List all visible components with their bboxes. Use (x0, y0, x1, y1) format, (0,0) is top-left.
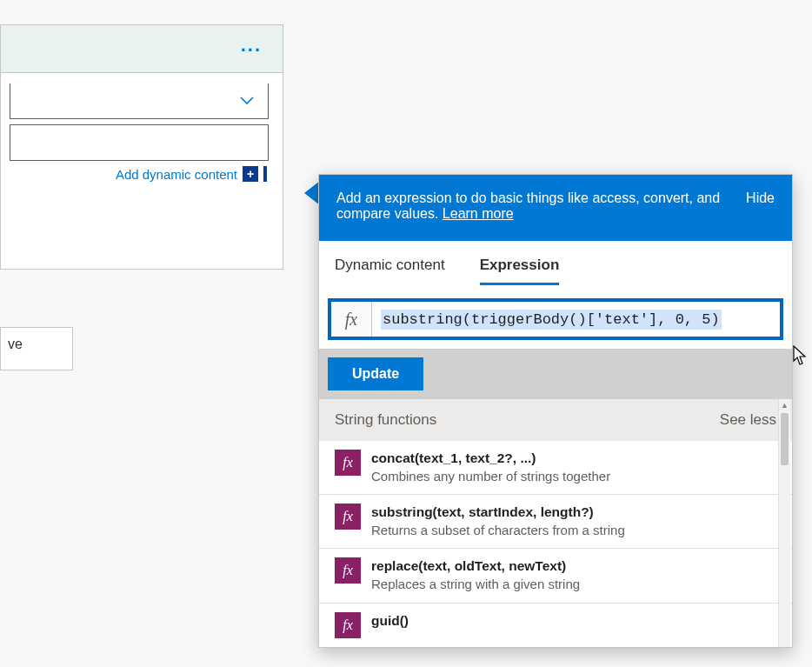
fx-badge-icon: fx (335, 557, 361, 584)
plus-icon: + (243, 166, 258, 182)
expression-input[interactable]: substring(triggerBody()['text'], 0, 5) (372, 302, 780, 337)
save-fragment-label: ve (8, 337, 23, 351)
function-item[interactable]: fx substring(text, startIndex, length?) … (319, 495, 792, 549)
see-less-link[interactable]: See less (720, 411, 776, 429)
dropdown-field[interactable] (10, 83, 269, 119)
chevron-down-icon (238, 92, 256, 110)
update-bar: Update (319, 349, 792, 399)
function-signature: replace(text, oldText, newText) (371, 557, 580, 576)
ellipsis-icon[interactable]: ... (241, 34, 262, 57)
tab-expression[interactable]: Expression (480, 257, 560, 285)
fx-badge-icon: fx (335, 612, 361, 638)
scroll-up-icon[interactable]: ▲ (779, 399, 790, 411)
function-list: fx concat(text_1, text_2?, ...) Combines… (319, 441, 792, 647)
function-item[interactable]: fx guid() (319, 604, 792, 647)
action-card: ... Add dynamic content + (0, 24, 283, 270)
tab-dynamic-content[interactable]: Dynamic content (335, 257, 445, 285)
plus-icon-bar (263, 166, 267, 182)
expression-panel-header: Add an expression to do basic things lik… (319, 175, 792, 241)
function-signature: guid() (371, 612, 409, 630)
action-card-header[interactable]: ... (1, 25, 283, 73)
function-item[interactable]: fx concat(text_1, text_2?, ...) Combines… (319, 441, 792, 495)
expression-tabs: Dynamic content Expression (319, 241, 792, 286)
add-dynamic-content-link[interactable]: Add dynamic content + (116, 166, 267, 182)
cursor-icon (793, 345, 807, 366)
expression-input-value: substring(triggerBody()['text'], 0, 5) (381, 310, 722, 330)
function-description: Returns a subset of characters from a st… (371, 522, 625, 539)
function-description: Combines any number of strings together (371, 468, 610, 485)
fx-badge-icon: fx (335, 450, 361, 476)
function-description: Replaces a string with a given string (371, 576, 580, 593)
fx-icon: fx (331, 302, 372, 337)
expression-input-wrap: fx substring(triggerBody()['text'], 0, 5… (328, 298, 783, 340)
scroll-thumb[interactable] (781, 413, 789, 465)
learn-more-link[interactable]: Learn more (443, 206, 514, 221)
function-item[interactable]: fx replace(text, oldText, newText) Repla… (319, 549, 792, 603)
function-group-header: String functions See less (319, 399, 792, 441)
fx-badge-icon: fx (335, 504, 361, 530)
action-card-body: Add dynamic content + (1, 73, 283, 182)
fx-label: fx (345, 310, 357, 330)
expression-header-text: Add an expression to do basic things lik… (336, 190, 720, 221)
expression-panel: Add an expression to do basic things lik… (318, 174, 793, 648)
add-dynamic-content-label: Add dynamic content (116, 167, 237, 182)
function-group-title: String functions (335, 411, 436, 429)
text-field[interactable] (10, 124, 269, 161)
scrollbar[interactable]: ▲ (778, 399, 790, 647)
save-fragment[interactable]: ve (0, 327, 73, 370)
function-signature: concat(text_1, text_2?, ...) (371, 450, 610, 468)
expression-panel-title: Add an expression to do basic things lik… (336, 190, 729, 222)
update-button[interactable]: Update (328, 357, 423, 390)
function-signature: substring(text, startIndex, length?) (371, 504, 625, 522)
hide-panel-button[interactable]: Hide (746, 190, 775, 206)
